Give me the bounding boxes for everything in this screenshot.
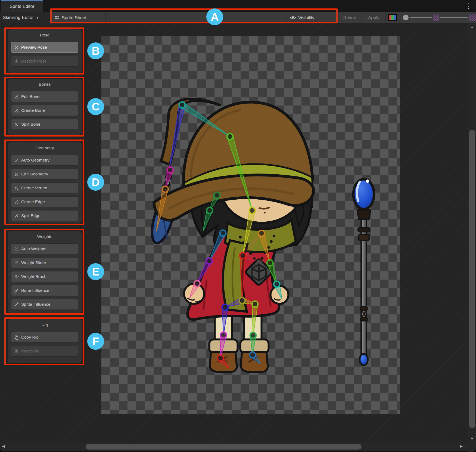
annotation-box-a [50,8,338,23]
annotation-box-d [4,140,84,225]
annotation-letter: B [92,45,100,57]
bone-joint[interactable] [220,332,226,338]
bone-joint[interactable] [206,258,212,264]
apply-label: Apply [368,15,379,20]
toolbar-divider [362,13,362,22]
tab-sprite-editor[interactable]: Sprite Editor [1,0,43,12]
skinning-editor-dropdown-label: Skinning Editor [3,15,34,20]
annotation-letter: F [92,335,99,348]
tab-sprite-editor-label: Sprite Editor [10,4,35,9]
bone-joint[interactable] [227,134,233,140]
vertical-scrollbar[interactable]: ▲ ▼ [468,23,476,443]
annotation-badge-d: D [87,174,104,191]
bone-joint[interactable] [220,230,226,236]
bone-joint[interactable] [179,102,185,108]
annotation-box-b [4,27,84,75]
chevron-down-icon: ▼ [36,17,39,19]
bone-joint[interactable] [222,304,228,310]
scrollbar-corner [468,443,476,452]
revert-label: Revert [343,15,357,20]
zoom-slider-track[interactable] [440,17,468,18]
bone-joint[interactable] [207,208,213,213]
annotation-box-c [4,77,84,137]
annotation-box-f [4,317,84,365]
alpha-texture-swatch[interactable] [433,14,439,22]
scroll-down-icon[interactable]: ▼ [468,436,476,441]
annotation-badge-c: C [87,98,104,115]
bone-joint[interactable] [249,208,255,213]
alpha-texture-swatch[interactable] [469,14,476,22]
bone-joint[interactable] [250,332,256,338]
annotation-badge-a: A [206,8,223,25]
scroll-up-icon[interactable]: ▲ [468,25,476,29]
horizontal-scrollbar-thumb[interactable] [86,444,362,450]
bone-joint[interactable] [252,301,258,307]
sprite-editor-window: Sprite Editor ⋮ Skinning Editor ▼ Sprite… [0,0,476,452]
staff-sprite [353,179,374,365]
scroll-right-icon[interactable]: ▶ [460,444,463,448]
annotation-letter: A [211,11,219,23]
bone-joint[interactable] [267,260,273,266]
skinning-editor-dropdown[interactable]: Skinning Editor ▼ [0,12,51,23]
annotation-letter: D [92,176,100,188]
annotation-badge-b: B [87,42,104,59]
bone-joint[interactable] [274,281,280,287]
bone-joint[interactable] [217,355,223,361]
zoom-slider [400,12,476,23]
horizontal-scrollbar[interactable]: ◀ ▶ [0,443,468,451]
annotation-badge-f: F [87,333,104,350]
bone-joint[interactable] [240,253,246,259]
bone-joint[interactable] [194,281,200,287]
kebab-menu-icon[interactable]: ⋮ [465,1,473,11]
bone-joint[interactable] [162,186,168,192]
apply-button[interactable]: Apply [364,12,384,23]
annotation-badge-e: E [87,263,104,280]
annotation-letter: E [92,266,99,278]
annotation-letter: C [92,101,100,113]
bone-joint[interactable] [239,298,245,304]
canvas-art [101,36,400,414]
vertical-scrollbar-thumb[interactable] [469,130,475,428]
revert-button[interactable]: Revert [339,12,361,23]
scroll-left-icon[interactable]: ◀ [2,444,5,448]
annotation-box-e [4,229,84,315]
bone-joint[interactable] [250,352,256,358]
zoom-slider-knob[interactable] [403,15,409,20]
bone-joint[interactable] [167,167,173,173]
toolbar-divider [385,13,386,22]
zoom-slider-track[interactable] [410,17,432,18]
bone-joint[interactable] [259,230,265,236]
bone-joint[interactable] [214,192,220,198]
rgb-channels-button[interactable] [388,14,397,21]
